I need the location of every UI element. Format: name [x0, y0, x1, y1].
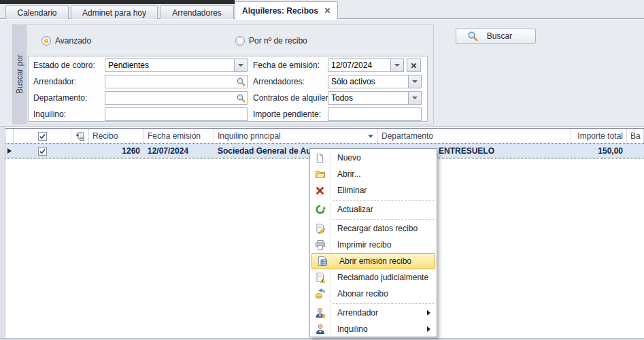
column-header-fecha-emision[interactable]: Fecha emisión [144, 129, 214, 143]
field-row: Inquilino: Importe pendiente: [29, 107, 427, 121]
new-document-icon [315, 153, 325, 163]
radio-avanzado-circle[interactable] [41, 36, 51, 46]
filter-dropdown-icon[interactable] [368, 135, 373, 138]
tab-bar: Calendario Adminet para hoy Arrendadores… [0, 0, 644, 19]
menu-item-label: Imprimir recibo [337, 240, 391, 250]
radio-avanzado-label: Avanzado [55, 36, 91, 46]
field-row: Arrendador: Arrendadores: Sólo activos [29, 75, 427, 88]
checkbox-checked-icon [38, 147, 47, 156]
receipt-export-column-header[interactable] [71, 129, 89, 143]
buscar-button[interactable]: Buscar [456, 29, 536, 44]
importe-pendiente-input[interactable] [328, 108, 421, 120]
buscar-por-strip: Buscar por [13, 25, 27, 124]
menu-item-label: Abonar recibo [337, 289, 388, 299]
search-icon[interactable] [236, 77, 246, 87]
estado-de-cobro-value: Pendientes [105, 59, 234, 71]
search-icon [467, 31, 479, 42]
buscar-por-label: Buscar por [15, 54, 24, 94]
column-header-label: Ba [630, 131, 641, 141]
menu-item-label: Recargar datos recibo [337, 224, 418, 233]
menu-item-eliminar[interactable]: Eliminar [310, 182, 437, 199]
column-header-recibo[interactable]: Recibo [89, 129, 144, 143]
close-icon[interactable] [324, 7, 331, 14]
menu-item-label: Eliminar [337, 186, 367, 195]
arrendador-input[interactable] [105, 75, 236, 88]
inquilino-label: Inquilino: [33, 107, 66, 121]
contratos-de-alquiler-combobox[interactable]: Todos [328, 91, 422, 105]
menu-item-label: Abrir... [337, 169, 361, 179]
chevron-down-icon [412, 80, 418, 83]
departamento-lookup-field[interactable] [105, 91, 248, 105]
menu-item-imprimir-recibo[interactable]: Imprimir recibo [310, 237, 437, 253]
column-header-departamento[interactable]: Departamento [378, 129, 571, 143]
inquilino-field[interactable] [105, 107, 248, 121]
context-menu: Nuevo Abrir... Eliminar Actualizar Recar… [309, 148, 437, 337]
tab-alquileres-recibos[interactable]: Alquileres: Recibos [235, 1, 338, 19]
inquilino-input[interactable] [105, 108, 247, 120]
departamento-input[interactable] [105, 92, 236, 104]
menu-item-nuevo[interactable]: Nuevo [310, 150, 437, 166]
menu-item-label: Abrir emisión recibo [339, 256, 411, 266]
grid-header: Recibo Fecha emisión Inquilino principal… [5, 128, 644, 143]
row-icon-cell [71, 144, 89, 158]
refresh-icon [315, 204, 326, 215]
select-all-checkbox[interactable] [14, 129, 71, 143]
open-folder-icon [315, 169, 326, 180]
reload-receipt-icon [315, 223, 326, 234]
delete-icon [316, 186, 324, 195]
estado-de-cobro-combobox[interactable]: Pendientes [105, 58, 248, 72]
radio-avanzado[interactable]: Avanzado [41, 36, 91, 46]
radio-por-numero-circle[interactable] [235, 36, 245, 46]
combo-dropdown-button[interactable] [234, 59, 247, 71]
arrendador-lookup-field[interactable] [105, 75, 248, 88]
submenu-arrow-icon [427, 310, 430, 316]
arrendadores-value: Sólo activos [328, 75, 408, 88]
menu-item-label: Nuevo [337, 153, 361, 163]
estado-de-cobro-label: Estado de cobro: [33, 58, 95, 72]
tab-calendario[interactable]: Calendario [5, 5, 69, 19]
menu-item-abonar-recibo[interactable]: Abonar recibo [310, 286, 437, 302]
arrendadores-label: Arrendadores: [253, 75, 305, 88]
cell-recibo: 1260 [89, 144, 144, 158]
menu-item-actualizar[interactable]: Actualizar [310, 201, 437, 218]
menu-item-label: Inquilino [337, 324, 368, 334]
column-header-banco[interactable]: Ba [627, 129, 644, 143]
tab-label: Arrendadores [172, 8, 222, 18]
arrendadores-combobox[interactable]: Sólo activos [328, 75, 422, 88]
open-emission-icon [317, 256, 328, 267]
tab-label: Alquileres: Recibos [242, 6, 318, 16]
column-header-label: Recibo [92, 131, 118, 141]
chevron-down-icon [412, 97, 418, 99]
menu-item-label: Reclamado judicialmente [337, 273, 428, 282]
menu-item-abrir[interactable]: Abrir... [310, 166, 437, 182]
tab-arrendadores[interactable]: Arrendadores [160, 5, 234, 19]
date-dropdown-button[interactable] [390, 59, 403, 71]
tab-adminet-para-hoy[interactable]: Adminet para hoy [71, 5, 158, 19]
combo-dropdown-button[interactable] [408, 92, 421, 104]
search-icon[interactable] [236, 93, 246, 103]
radio-por-numero-recibo[interactable]: Por nº de recibo [235, 36, 307, 46]
menu-item-arrendador[interactable]: Arrendador [310, 305, 437, 321]
menu-item-inquilino[interactable]: Inquilino [310, 321, 437, 337]
fecha-de-emision-value: 12/07/2024 [328, 59, 390, 71]
column-header-inquilino-principal[interactable]: Inquilino principal [214, 129, 378, 143]
fecha-de-emision-datepicker[interactable]: 12/07/2024 [328, 58, 404, 72]
chevron-down-icon [238, 64, 243, 67]
row-checkbox[interactable] [14, 144, 71, 158]
cell-importe-total: 150,00 [571, 144, 627, 158]
column-header-label: Fecha emisión [148, 131, 201, 141]
importe-pendiente-field[interactable] [328, 107, 422, 121]
landlord-icon [315, 307, 326, 318]
row-indicator [5, 144, 14, 158]
menu-item-reclamado-judicialmente[interactable]: Reclamado judicialmente [310, 269, 437, 286]
column-header-importe-total[interactable]: Importe total [571, 129, 627, 143]
contratos-de-alquiler-label: Contratos de alquiler: [253, 91, 331, 105]
cell-fecha-emision: 12/07/2024 [144, 144, 214, 158]
clear-x-icon [411, 63, 417, 69]
clear-date-button[interactable] [407, 58, 421, 72]
menu-item-abrir-emision-recibo[interactable]: Abrir emisión recibo [311, 253, 435, 269]
menu-item-recargar-datos-recibo[interactable]: Recargar datos recibo [310, 220, 437, 237]
receipt-export-icon [75, 131, 85, 141]
combo-dropdown-button[interactable] [408, 75, 421, 88]
claimed-judicially-icon [315, 272, 326, 283]
